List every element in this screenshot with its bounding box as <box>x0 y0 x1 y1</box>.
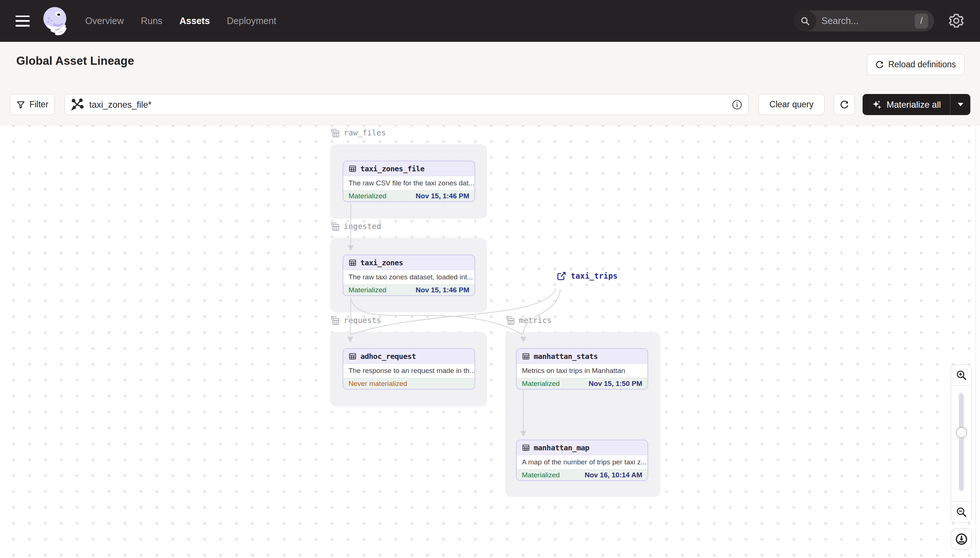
group-layers-icon <box>505 316 515 326</box>
asset-name: adhoc_request <box>361 352 416 361</box>
status-badge: Materialized <box>349 192 386 200</box>
download-image-button[interactable] <box>951 528 972 550</box>
search-shortcut-badge: / <box>915 14 928 28</box>
materialize-dropdown-button[interactable] <box>950 103 970 106</box>
external-link-icon <box>557 271 566 281</box>
asset-node-taxi_zones[interactable]: taxi_zones The raw taxi zones dataset, l… <box>343 254 475 296</box>
asset-status-footer: Materialized Nov 16, 10:14 AM <box>517 469 647 480</box>
search-icon <box>794 10 816 31</box>
materialize-all-button[interactable]: Materialize all <box>863 94 970 115</box>
zoom-out-button[interactable] <box>951 501 972 522</box>
asset-status-footer: Materialized Nov 15, 1:46 PM <box>343 284 474 295</box>
asset-name: taxi_zones <box>361 258 403 267</box>
group-layers-icon <box>330 316 340 326</box>
refresh-icon <box>875 60 884 69</box>
page-title: Global Asset Lineage <box>16 54 134 68</box>
asset-node-manhattan_stats[interactable]: manhattan_stats Metrics on taxi trips in… <box>516 348 648 390</box>
asset-group-label: metrics <box>505 315 552 326</box>
info-icon[interactable] <box>731 99 743 110</box>
asset-description: The raw CSV file for the taxi zones dat.… <box>343 176 474 190</box>
asset-description: Metrics on taxi trips in Manhattan <box>517 364 647 378</box>
table-icon <box>349 259 357 267</box>
asset-description: The response to an request made in th... <box>343 364 474 378</box>
zoom-slider-track[interactable] <box>959 393 964 491</box>
asset-group-label: requests <box>330 315 381 326</box>
primary-nav: Overview Runs Assets Deployment <box>85 16 276 26</box>
chevron-down-icon <box>958 103 964 106</box>
status-badge: Materialized <box>522 380 560 388</box>
asset-node-taxi_zones_file[interactable]: taxi_zones_file The raw CSV file for the… <box>343 161 475 202</box>
zoom-slider-thumb[interactable] <box>956 427 967 438</box>
asset-group-label: ingested <box>330 221 381 232</box>
table-icon <box>349 352 357 360</box>
nav-item-assets[interactable]: Assets <box>180 16 210 26</box>
table-icon <box>522 444 530 452</box>
nav-item-deployment[interactable]: Deployment <box>227 16 276 26</box>
materialization-timestamp: Nov 15, 1:46 PM <box>415 192 469 200</box>
asset-node-manhattan_map[interactable]: manhattan_map A map of the number of tri… <box>516 440 648 481</box>
filter-button[interactable]: Filter <box>10 94 55 115</box>
status-badge: Materialized <box>522 471 560 479</box>
asset-node-header: manhattan_map <box>517 440 647 455</box>
asset-name: manhattan_map <box>534 443 589 452</box>
nav-item-overview[interactable]: Overview <box>85 16 124 26</box>
download-icon <box>955 533 968 545</box>
search-input[interactable]: Search... / <box>794 10 934 31</box>
search-placeholder: Search... <box>822 16 858 26</box>
table-icon <box>522 352 530 360</box>
materialization-timestamp: Nov 15, 1:46 PM <box>415 286 469 294</box>
external-asset-name: taxi_trips <box>571 272 618 281</box>
status-badge: Materialized <box>349 286 386 294</box>
asset-group-label: raw_files <box>330 127 386 138</box>
asset-node-header: adhoc_request <box>343 349 474 364</box>
asset-selection-icon <box>70 98 84 112</box>
materialize-all-main[interactable]: Materialize all <box>863 100 950 110</box>
refresh-graph-button[interactable] <box>834 94 855 115</box>
materialization-timestamp: Nov 15, 1:50 PM <box>588 380 642 388</box>
materialization-timestamp: Nov 16, 10:14 AM <box>585 471 642 479</box>
table-icon <box>349 165 357 173</box>
asset-node-header: manhattan_stats <box>517 349 647 364</box>
settings-gear-icon[interactable] <box>948 13 964 29</box>
asset-node-header: taxi_zones <box>343 255 474 270</box>
zoom-in-icon <box>956 370 967 381</box>
app-window: Overview Runs Assets Deployment Search..… <box>0 0 980 558</box>
zoom-out-icon <box>956 507 967 518</box>
asset-status-footer: Never materialized <box>343 378 474 389</box>
zoom-in-button[interactable] <box>951 365 972 386</box>
filter-funnel-icon <box>16 100 25 109</box>
dagster-logo-icon[interactable] <box>41 6 70 36</box>
group-layers-icon <box>330 222 340 231</box>
asset-node-adhoc_request[interactable]: adhoc_request The response to an request… <box>343 348 475 390</box>
query-value: taxi_zones_file* <box>89 100 152 110</box>
group-layers-icon <box>330 128 340 138</box>
asset-description: The raw taxi zones dataset, loaded int..… <box>343 270 474 284</box>
asset-description: A map of the number of trips per taxi z.… <box>517 455 647 469</box>
top-navbar: Overview Runs Assets Deployment Search..… <box>0 0 980 42</box>
nav-item-runs[interactable]: Runs <box>141 16 162 26</box>
asset-name: manhattan_stats <box>534 352 598 361</box>
asset-node-header: taxi_zones_file <box>343 161 474 176</box>
navbar-right: Search... / <box>794 10 964 31</box>
asset-status-footer: Materialized Nov 15, 1:50 PM <box>517 378 647 389</box>
canvas-right-border <box>975 125 976 558</box>
refresh-icon <box>840 100 849 110</box>
reload-definitions-button[interactable]: Reload definitions <box>867 54 964 75</box>
clear-query-button[interactable]: Clear query <box>759 94 824 115</box>
hamburger-menu-icon[interactable] <box>16 16 30 27</box>
lineage-graph-canvas[interactable] <box>0 125 975 558</box>
asset-name: taxi_zones_file <box>361 164 425 173</box>
asset-status-footer: Materialized Nov 15, 1:46 PM <box>343 190 474 201</box>
status-badge: Never materialized <box>349 380 407 388</box>
sparkle-icon <box>872 100 882 110</box>
external-asset-taxi_trips[interactable]: taxi_trips <box>557 271 618 281</box>
zoom-control-panel <box>951 364 972 522</box>
asset-selection-input[interactable]: taxi_zones_file* <box>64 94 749 115</box>
